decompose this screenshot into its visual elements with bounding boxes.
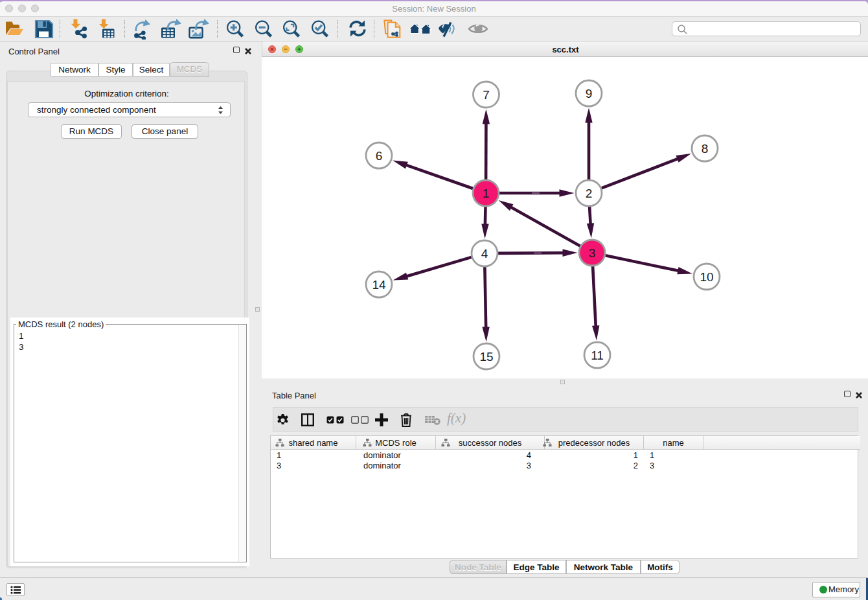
svg-text:10: 10	[700, 270, 713, 284]
svg-text:8: 8	[702, 142, 709, 156]
svg-text:6: 6	[376, 149, 383, 163]
svg-text:1: 1	[483, 187, 490, 200]
svg-text:2: 2	[586, 187, 593, 200]
svg-text:4: 4	[481, 247, 488, 260]
svg-text:7: 7	[483, 88, 490, 102]
svg-text:15: 15	[479, 350, 493, 363]
svg-text:14: 14	[372, 278, 386, 292]
svg-text:11: 11	[591, 349, 604, 362]
svg-text:9: 9	[586, 87, 593, 100]
svg-text:3: 3	[589, 246, 596, 260]
